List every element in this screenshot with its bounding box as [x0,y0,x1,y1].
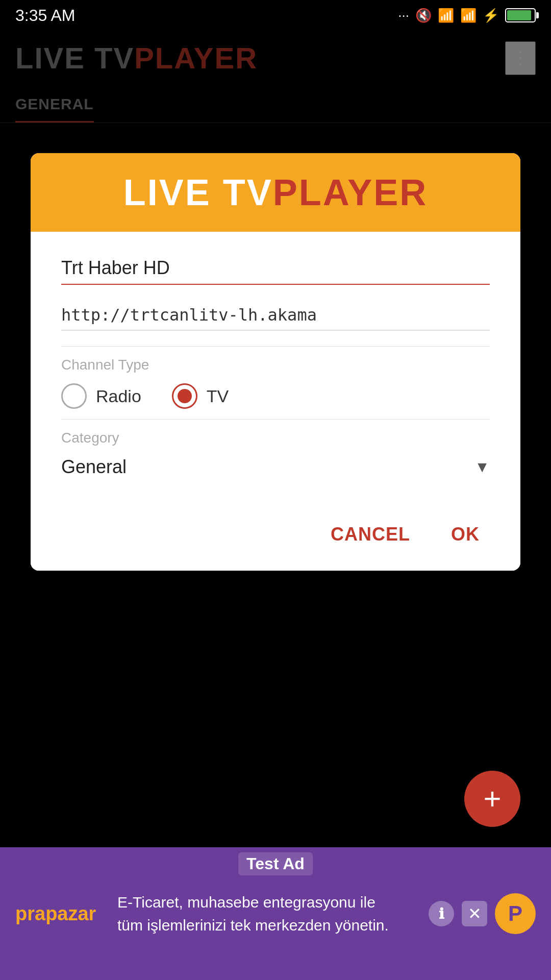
ad-banner: prapazar Test Ad E-Ticaret, muhasebe ent… [0,847,551,980]
battery-icon [505,8,536,22]
ad-text-block: Test Ad E-Ticaret, muhasebe entegrasyonu… [117,891,418,937]
category-select-button[interactable]: General ▼ [61,451,490,483]
divider-1 [61,346,490,347]
ad-logo: prapazar [15,903,107,925]
category-value: General [61,456,127,478]
ad-main-text: E-Ticaret, muhasebe entegrasyonu iletüm … [117,891,418,937]
ad-test-label: Test Ad [238,852,313,875]
channel-url-input[interactable] [61,300,490,331]
channel-type-section: Channel Type Radio TV [61,357,490,409]
radio-label-tv: TV [207,386,229,406]
banner-player: PLAYER [273,172,428,213]
ad-p-logo: P [495,893,536,934]
channel-type-label: Channel Type [61,357,490,373]
cancel-button[interactable]: CANCEL [320,519,420,550]
status-icons: ··· 🔇 📶 📶 ⚡ [398,8,536,23]
url-input-group [61,300,490,331]
mute-icon: 🔇 [415,8,432,23]
chevron-down-icon: ▼ [474,458,490,476]
ad-info-button[interactable]: ℹ [429,901,454,926]
banner-tv: TV [223,172,273,213]
radio-dot-tv [178,389,192,403]
fab-plus-icon: + [483,783,501,814]
wifi-icon: 📶 [438,8,454,23]
ad-close-button[interactable]: ✕ [462,901,487,926]
category-section: Category General ▼ [61,430,490,483]
banner-live: LIVE [123,172,223,213]
dialog-banner: LIVE TVPLAYER [31,153,520,232]
dialog-body: Channel Type Radio TV Category [31,232,520,508]
battery-fill [507,10,531,20]
ok-button[interactable]: OK [441,519,490,550]
category-label: Category [61,430,490,446]
signal-icon: 📶 [460,8,477,23]
radio-option-tv[interactable]: TV [172,383,229,409]
radio-option-radio[interactable]: Radio [61,383,141,409]
radio-label-radio: Radio [96,386,141,406]
radio-circle-radio [61,383,87,409]
ad-action-buttons: ℹ ✕ P [429,893,536,934]
radio-circle-tv [172,383,197,409]
status-bar: 3:35 AM ··· 🔇 📶 📶 ⚡ [0,0,551,31]
add-channel-fab[interactable]: + [464,771,520,827]
dots-icon: ··· [398,8,409,23]
add-channel-dialog: LIVE TVPLAYER Channel Type Radio [31,153,520,571]
dialog-actions: CANCEL OK [31,508,520,571]
channel-type-radio-group: Radio TV [61,383,490,409]
status-time: 3:35 AM [15,6,75,25]
channel-name-input[interactable] [61,252,490,285]
divider-2 [61,419,490,420]
bolt-icon: ⚡ [483,8,499,23]
dialog-banner-title: LIVE TVPLAYER [123,172,428,213]
name-input-group [61,252,490,285]
